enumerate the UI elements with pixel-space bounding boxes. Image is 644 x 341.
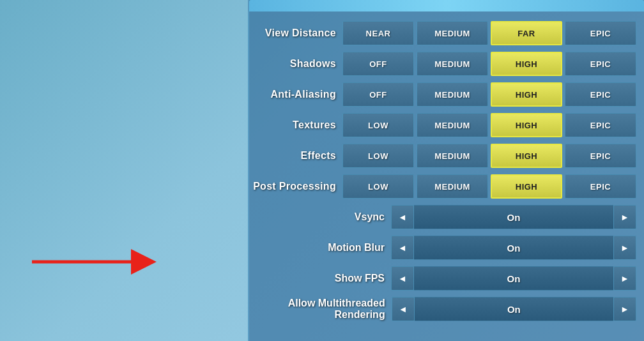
btn-view-distance-near[interactable]: NEAR	[342, 21, 414, 45]
btn-group-effects: LOWMEDIUMHIGHEPIC	[342, 144, 636, 168]
btn-textures-high[interactable]: HIGH	[491, 113, 562, 137]
settings-table: View DistanceNEARMEDIUMFAREPICShadowsOFF…	[249, 11, 644, 331]
btn-group-post-processing: LOWMEDIUMHIGHEPIC	[342, 174, 636, 199]
btn-shadows-high[interactable]: HIGH	[491, 52, 562, 76]
toggle-row-motion-blur: Motion Blur◄On►	[249, 232, 644, 263]
label-textures: Textures	[248, 119, 336, 131]
toggle-value-motion-blur: On	[414, 236, 613, 260]
arrow-right-vsync[interactable]: ►	[613, 205, 636, 229]
btn-anti-aliasing-off[interactable]: OFF	[342, 82, 414, 107]
arrow-right-motion-blur[interactable]: ►	[613, 236, 636, 260]
arrow-right-allow-multithreaded[interactable]: ►	[613, 297, 636, 321]
btn-anti-aliasing-epic[interactable]: EPIC	[565, 82, 636, 107]
toggle-value-allow-multithreaded: On	[415, 297, 613, 321]
btn-post-processing-low[interactable]: LOW	[342, 174, 414, 199]
background: View DistanceNEARMEDIUMFAREPICShadowsOFF…	[0, 0, 644, 341]
row-effects: EffectsLOWMEDIUMHIGHEPIC	[249, 140, 644, 171]
row-view-distance: View DistanceNEARMEDIUMFAREPIC	[249, 18, 644, 49]
toggle-row-vsync: Vsync◄On►	[249, 202, 644, 232]
label-view-distance: View Distance	[248, 27, 336, 39]
btn-view-distance-far[interactable]: FAR	[491, 21, 562, 45]
btn-group-view-distance: NEARMEDIUMFAREPIC	[342, 21, 636, 45]
btn-textures-low[interactable]: LOW	[342, 113, 414, 137]
btn-shadows-off[interactable]: OFF	[342, 52, 414, 76]
btn-post-processing-epic[interactable]: EPIC	[565, 174, 636, 199]
row-post-processing: Post ProcessingLOWMEDIUMHIGHEPIC	[249, 171, 644, 202]
toggle-value-show-fps: On	[414, 266, 613, 291]
toggle-row-show-fps: Show FPS◄On►	[249, 263, 644, 294]
btn-shadows-medium[interactable]: MEDIUM	[417, 52, 488, 76]
row-anti-aliasing: Anti-AliasingOFFMEDIUMHIGHEPIC	[249, 79, 644, 110]
toggle-label-vsync: Vsync	[257, 211, 385, 223]
arrow-right-show-fps[interactable]: ►	[613, 266, 636, 291]
panel-top-bar	[249, 0, 644, 11]
btn-post-processing-medium[interactable]: MEDIUM	[417, 174, 488, 199]
row-textures: TexturesLOWMEDIUMHIGHEPIC	[249, 110, 644, 140]
btn-group-shadows: OFFMEDIUMHIGHEPIC	[342, 52, 636, 76]
arrow-left-allow-multithreaded[interactable]: ◄	[392, 297, 415, 321]
settings-panel: View DistanceNEARMEDIUMFAREPICShadowsOFF…	[248, 0, 644, 341]
btn-view-distance-medium[interactable]: MEDIUM	[417, 21, 488, 45]
label-effects: Effects	[248, 150, 336, 162]
annotation-arrow	[26, 249, 160, 277]
arrow-left-vsync[interactable]: ◄	[391, 205, 414, 229]
btn-effects-epic[interactable]: EPIC	[565, 144, 636, 168]
btn-effects-medium[interactable]: MEDIUM	[417, 144, 488, 168]
btn-post-processing-high[interactable]: HIGH	[491, 174, 562, 199]
toggle-row-allow-multithreaded: Allow Multithreaded Rendering◄On►	[249, 294, 644, 324]
toggle-label-show-fps: Show FPS	[257, 273, 385, 284]
btn-anti-aliasing-high[interactable]: HIGH	[491, 82, 562, 107]
btn-group-anti-aliasing: OFFMEDIUMHIGHEPIC	[342, 82, 636, 107]
toggle-label-allow-multithreaded: Allow Multithreaded Rendering	[257, 298, 385, 321]
toggle-value-vsync: On	[414, 205, 613, 229]
arrow-left-motion-blur[interactable]: ◄	[391, 236, 414, 260]
btn-textures-medium[interactable]: MEDIUM	[417, 113, 488, 137]
label-anti-aliasing: Anti-Aliasing	[248, 89, 336, 100]
btn-shadows-epic[interactable]: EPIC	[565, 52, 636, 76]
btn-effects-low[interactable]: LOW	[342, 144, 414, 168]
btn-view-distance-epic[interactable]: EPIC	[565, 21, 636, 45]
btn-group-textures: LOWMEDIUMHIGHEPIC	[342, 113, 636, 137]
toggle-control-allow-multithreaded: ◄On►	[392, 297, 636, 321]
label-post-processing: Post Processing	[248, 181, 336, 192]
toggle-label-motion-blur: Motion Blur	[257, 242, 385, 254]
toggle-control-motion-blur: ◄On►	[391, 236, 636, 260]
label-shadows: Shadows	[248, 58, 336, 70]
toggle-control-vsync: ◄On►	[391, 205, 636, 229]
toggle-control-show-fps: ◄On►	[391, 266, 636, 291]
btn-anti-aliasing-medium[interactable]: MEDIUM	[417, 82, 488, 107]
btn-effects-high[interactable]: HIGH	[491, 144, 562, 168]
row-shadows: ShadowsOFFMEDIUMHIGHEPIC	[249, 49, 644, 79]
btn-textures-epic[interactable]: EPIC	[565, 113, 636, 137]
arrow-left-show-fps[interactable]: ◄	[391, 266, 414, 291]
